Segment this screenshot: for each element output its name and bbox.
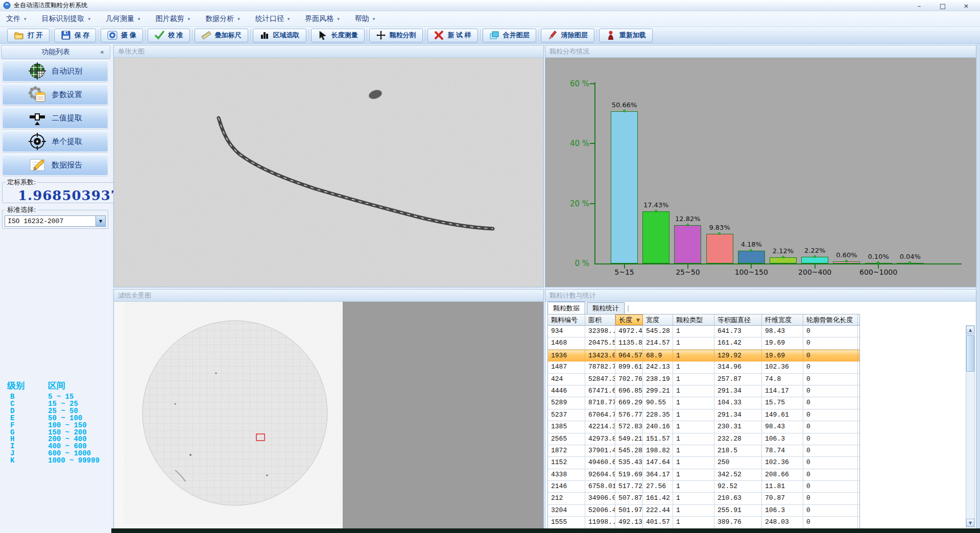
single-image-view[interactable] [114, 58, 543, 287]
table-row[interactable]: 21234906.07507.87161.421210.6370.870 [548, 493, 859, 504]
table-cell: 1468 [548, 337, 585, 349]
interval-column-header: 区间 [48, 380, 65, 392]
panorama-view[interactable] [114, 302, 543, 528]
table-row[interactable]: 444667471.63696.85299.211291.34114.170 [548, 385, 859, 397]
toolbar-separator [596, 29, 597, 41]
new-sample-button[interactable]: 新 试 样 [427, 29, 478, 42]
column-header-3[interactable]: 长度▼ [615, 314, 643, 325]
table-row[interactable]: 21466758.01517.7227.56192.5211.810 [548, 481, 859, 493]
table-row[interactable]: 320452006.48501.97222.441255.91106.30 [548, 505, 859, 517]
table-row[interactable]: 148778782.78899.61242.131314.96102.360 [548, 361, 859, 373]
open-button[interactable]: 打 开 [7, 29, 50, 42]
table-scrollbar[interactable]: ▲ ▼ [966, 325, 975, 527]
table-cell: 2565 [548, 433, 585, 445]
table-row[interactable]: 193613423.03964.5768.91129.9219.690 [548, 350, 859, 361]
table-cell: 222.44 [643, 505, 673, 516]
clear-layers-button[interactable]: 清除图层 [541, 29, 594, 42]
table-cell: 74.8 [762, 374, 803, 385]
table-row[interactable]: 187237901.45545.28198.821218.578.740 [548, 445, 859, 457]
sidebar-item-param-settings[interactable]: 参数设置 [2, 84, 108, 105]
merge-layers-button[interactable]: 合并图层 [483, 29, 536, 42]
table-cell: 8718.77 [585, 397, 615, 408]
tab-particle-data[interactable]: 颗粒数据 [547, 302, 585, 314]
length-measure-button[interactable]: 长度测量 [311, 29, 365, 42]
column-header-2[interactable]: 面积 [585, 314, 615, 325]
tab-particle-stats[interactable]: 颗粒统计 [587, 302, 625, 314]
table-row[interactable]: 115249460.6535.43147.641250102.360 [548, 457, 859, 469]
menu-item-help[interactable]: 帮助▾ [355, 14, 375, 23]
menu-item-data-analysis[interactable]: 数据分析▾ [205, 14, 240, 23]
table-row[interactable]: 155511998...492.13401.571389.76248.030 [548, 517, 859, 528]
column-header-7[interactable]: 纤维宽度 [762, 314, 803, 325]
bar-top-dot [782, 256, 784, 258]
table-cell: 1 [673, 385, 714, 397]
table-cell: 1385 [548, 421, 585, 432]
table-cell: 106.3 [762, 505, 803, 516]
column-header-label: 长度 [619, 316, 632, 325]
sidebar-item-auto-recognize[interactable]: 自动识别 [2, 60, 108, 82]
column-header-4[interactable]: 宽度 [643, 314, 673, 325]
overlay-ruler-button[interactable]: 叠加标尺 [195, 29, 248, 42]
column-header-1[interactable]: 颗料编号 [548, 314, 585, 325]
table-row[interactable]: 42452847.36702.76238.191257.8774.80 [548, 374, 859, 385]
collapse-sidebar-button[interactable]: « [98, 47, 107, 57]
region-select-button[interactable]: 区域选取 [253, 29, 306, 42]
maximize-button[interactable]: □ [931, 0, 954, 11]
column-header-5[interactable]: 颗粒类型 [673, 314, 714, 325]
menu-item-statistic-scope[interactable]: 统计口径▾ [255, 14, 290, 23]
scroll-down-button[interactable]: ▼ [966, 519, 974, 527]
tool-button-label: 重新加载 [619, 31, 646, 40]
column-header-label: 面积 [588, 316, 602, 325]
menu-item-image-crop[interactable]: 图片裁剪▾ [156, 14, 190, 23]
sidebar-item-data-report[interactable]: 数据报告 [2, 154, 108, 176]
table-cell: 52847.36 [585, 374, 615, 385]
table-row[interactable]: 433892604.94519.69364.171342.52208.660 [548, 469, 859, 481]
scroll-thumb[interactable] [966, 335, 974, 372]
table-row[interactable]: 138542214.33572.83240.161230.3198.430 [548, 421, 859, 433]
table-cell: 364.17 [643, 469, 673, 480]
table-cell: 1 [673, 350, 714, 361]
table-cell: 2146 [548, 481, 585, 492]
particle-split-button[interactable]: 颗粒分割 [369, 29, 423, 42]
sidebar-item-binary-extract[interactable]: 二值提取 [2, 107, 108, 129]
table-cell: 1 [673, 374, 714, 385]
chart-bar [706, 234, 733, 263]
save-button[interactable]: 保 存 [54, 29, 97, 42]
cross-icon [376, 30, 386, 40]
close-button[interactable]: × [954, 0, 978, 11]
menu-item-label: 界面风格 [305, 14, 333, 23]
tool-button-label: 长度测量 [331, 31, 358, 40]
table-row[interactable]: 146820475.541135.83214.571161.4219.690 [548, 337, 859, 349]
table-row[interactable]: 93432398...4972.44545.281641.7398.430 [548, 326, 859, 337]
table-cell: 52006.48 [585, 505, 615, 516]
menu-item-geometry-measure[interactable]: 几何测量▾ [106, 14, 140, 23]
reload-button[interactable]: 重新加载 [599, 29, 653, 42]
menu-item-label: 帮助 [355, 14, 369, 23]
sidebar-item-label: 参数设置 [52, 90, 82, 100]
menu-item-file[interactable]: 文件▾ [6, 14, 27, 23]
camera-button[interactable]: 摄 像 [101, 29, 143, 42]
standard-select[interactable]: ISO 16232-2007 ▼ [5, 215, 106, 227]
dropdown-arrow-icon[interactable]: ▼ [95, 216, 105, 226]
table-cell: 106.3 [762, 433, 803, 445]
scroll-up-button[interactable]: ▲ [966, 326, 974, 334]
app-window: 全自动清洁度颗粒分析系统 – □ × 文件▾目标识别提取▾几何测量▾图片裁剪▾数… [0, 0, 980, 533]
table-cell: 934 [548, 326, 585, 337]
table-row[interactable]: 52898718.77669.2990.551104.3315.750 [548, 397, 859, 409]
calibrate-button[interactable]: 校 准 [148, 29, 190, 42]
ruler-icon [201, 30, 211, 40]
table-cell: 210.63 [714, 493, 762, 504]
column-header-6[interactable]: 等积圆直径 [714, 314, 762, 325]
menu-item-target-extract[interactable]: 目标识别提取▾ [42, 14, 91, 23]
table-cell: 1 [673, 481, 714, 492]
table-row[interactable]: 256542973.84549.21151.571232.28106.30 [548, 433, 859, 445]
sidebar-item-single-extract[interactable]: 单个提取 [2, 131, 108, 152]
table-cell: 492.13 [615, 517, 643, 528]
column-header-8[interactable]: 轮廓骨骼化长度 [803, 314, 858, 325]
table-row[interactable]: 523767064.76576.77228.351291.34149.610 [548, 409, 859, 421]
minimize-button[interactable]: – [907, 0, 931, 11]
level-row: K1000 ~ 99999 [3, 457, 109, 465]
table-cell: 0 [803, 397, 858, 408]
particle-table[interactable]: 颗料编号面积长度▼宽度颗粒类型等积圆直径纤维宽度轮廓骨骼化长度93432398.… [547, 314, 860, 528]
menu-item-ui-style[interactable]: 界面风格▾ [305, 14, 340, 23]
